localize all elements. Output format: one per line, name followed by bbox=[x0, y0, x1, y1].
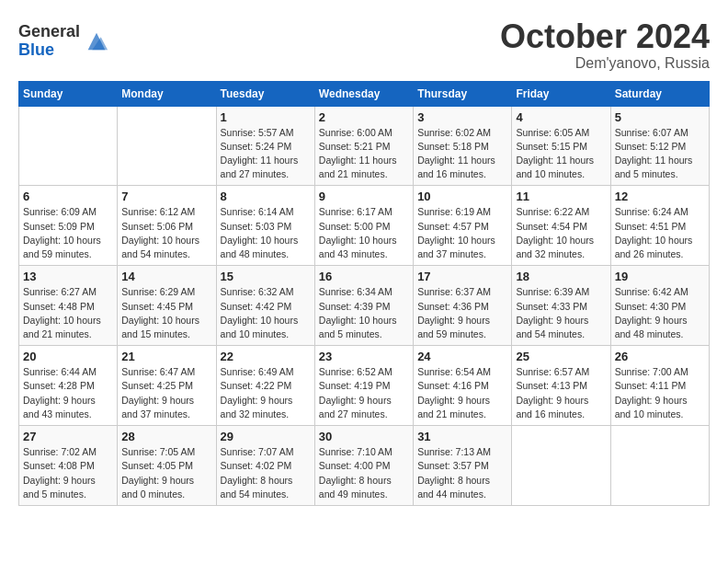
page-header: General Blue October 2024 Dem'yanovo, Ru… bbox=[18, 18, 710, 72]
calendar-cell: 23Sunrise: 6:52 AM Sunset: 4:19 PM Dayli… bbox=[314, 346, 413, 426]
calendar-cell: 21Sunrise: 6:47 AM Sunset: 4:25 PM Dayli… bbox=[118, 346, 216, 426]
day-detail: Sunrise: 6:29 AM Sunset: 4:45 PM Dayligh… bbox=[121, 285, 211, 341]
calendar-cell: 19Sunrise: 6:42 AM Sunset: 4:30 PM Dayli… bbox=[610, 266, 709, 346]
day-detail: Sunrise: 6:14 AM Sunset: 5:03 PM Dayligh… bbox=[221, 205, 311, 261]
day-of-week-header: Monday bbox=[118, 81, 216, 106]
calendar-cell: 31Sunrise: 7:13 AM Sunset: 3:57 PM Dayli… bbox=[414, 426, 512, 506]
day-number: 14 bbox=[121, 270, 211, 283]
calendar-cell bbox=[19, 106, 118, 186]
calendar-cell: 3Sunrise: 6:02 AM Sunset: 5:18 PM Daylig… bbox=[414, 106, 512, 186]
day-of-week-header: Saturday bbox=[610, 81, 709, 106]
calendar-cell: 17Sunrise: 6:37 AM Sunset: 4:36 PM Dayli… bbox=[414, 266, 512, 346]
calendar-cell: 14Sunrise: 6:29 AM Sunset: 4:45 PM Dayli… bbox=[118, 266, 216, 346]
day-number: 16 bbox=[319, 270, 409, 283]
day-number: 7 bbox=[121, 190, 211, 203]
month-title: October 2024 bbox=[500, 18, 710, 55]
day-detail: Sunrise: 6:05 AM Sunset: 5:15 PM Dayligh… bbox=[516, 126, 606, 182]
calendar-cell: 6Sunrise: 6:09 AM Sunset: 5:09 PM Daylig… bbox=[19, 186, 118, 266]
calendar-header-row: SundayMondayTuesdayWednesdayThursdayFrid… bbox=[19, 81, 710, 106]
calendar-cell: 11Sunrise: 6:22 AM Sunset: 4:54 PM Dayli… bbox=[512, 186, 610, 266]
day-number: 29 bbox=[221, 430, 311, 443]
day-detail: Sunrise: 6:34 AM Sunset: 4:39 PM Dayligh… bbox=[319, 285, 409, 341]
day-of-week-header: Wednesday bbox=[314, 81, 413, 106]
logo: General Blue bbox=[18, 23, 109, 60]
calendar-week-row: 20Sunrise: 6:44 AM Sunset: 4:28 PM Dayli… bbox=[19, 346, 710, 426]
calendar-week-row: 6Sunrise: 6:09 AM Sunset: 5:09 PM Daylig… bbox=[19, 186, 710, 266]
day-detail: Sunrise: 6:27 AM Sunset: 4:48 PM Dayligh… bbox=[23, 285, 113, 341]
day-of-week-header: Sunday bbox=[19, 81, 118, 106]
day-detail: Sunrise: 7:13 AM Sunset: 3:57 PM Dayligh… bbox=[417, 445, 507, 501]
calendar-cell: 13Sunrise: 6:27 AM Sunset: 4:48 PM Dayli… bbox=[19, 266, 118, 346]
calendar-week-row: 1Sunrise: 5:57 AM Sunset: 5:24 PM Daylig… bbox=[19, 106, 710, 186]
day-number: 4 bbox=[516, 110, 606, 124]
day-detail: Sunrise: 6:22 AM Sunset: 4:54 PM Dayligh… bbox=[516, 205, 606, 261]
day-number: 9 bbox=[319, 190, 409, 203]
day-detail: Sunrise: 6:09 AM Sunset: 5:09 PM Dayligh… bbox=[23, 205, 113, 261]
day-detail: Sunrise: 6:07 AM Sunset: 5:12 PM Dayligh… bbox=[615, 126, 705, 182]
calendar-cell: 1Sunrise: 5:57 AM Sunset: 5:24 PM Daylig… bbox=[216, 106, 314, 186]
day-detail: Sunrise: 7:10 AM Sunset: 4:00 PM Dayligh… bbox=[319, 445, 409, 501]
day-number: 8 bbox=[221, 190, 311, 203]
calendar-week-row: 27Sunrise: 7:02 AM Sunset: 4:08 PM Dayli… bbox=[19, 426, 710, 506]
calendar-cell: 10Sunrise: 6:19 AM Sunset: 4:57 PM Dayli… bbox=[414, 186, 512, 266]
calendar-cell bbox=[118, 106, 216, 186]
day-number: 1 bbox=[221, 110, 311, 124]
day-detail: Sunrise: 7:02 AM Sunset: 4:08 PM Dayligh… bbox=[23, 445, 113, 501]
calendar-cell: 7Sunrise: 6:12 AM Sunset: 5:06 PM Daylig… bbox=[118, 186, 216, 266]
calendar-cell bbox=[512, 426, 610, 506]
calendar-cell: 4Sunrise: 6:05 AM Sunset: 5:15 PM Daylig… bbox=[512, 106, 610, 186]
day-detail: Sunrise: 6:39 AM Sunset: 4:33 PM Dayligh… bbox=[516, 285, 606, 341]
day-number: 3 bbox=[417, 110, 507, 124]
day-detail: Sunrise: 5:57 AM Sunset: 5:24 PM Dayligh… bbox=[221, 126, 311, 182]
day-number: 27 bbox=[23, 430, 113, 443]
calendar-cell: 28Sunrise: 7:05 AM Sunset: 4:05 PM Dayli… bbox=[118, 426, 216, 506]
day-detail: Sunrise: 7:07 AM Sunset: 4:02 PM Dayligh… bbox=[221, 445, 311, 501]
day-detail: Sunrise: 6:49 AM Sunset: 4:22 PM Dayligh… bbox=[221, 365, 311, 421]
day-detail: Sunrise: 6:37 AM Sunset: 4:36 PM Dayligh… bbox=[417, 285, 507, 341]
calendar-cell: 16Sunrise: 6:34 AM Sunset: 4:39 PM Dayli… bbox=[314, 266, 413, 346]
calendar-cell: 20Sunrise: 6:44 AM Sunset: 4:28 PM Dayli… bbox=[19, 346, 118, 426]
day-number: 21 bbox=[121, 350, 211, 363]
day-detail: Sunrise: 6:12 AM Sunset: 5:06 PM Dayligh… bbox=[121, 205, 211, 261]
day-detail: Sunrise: 6:17 AM Sunset: 5:00 PM Dayligh… bbox=[319, 205, 409, 261]
day-detail: Sunrise: 7:00 AM Sunset: 4:11 PM Dayligh… bbox=[615, 365, 705, 421]
day-number: 24 bbox=[417, 350, 507, 363]
day-number: 20 bbox=[23, 350, 113, 363]
day-number: 13 bbox=[23, 270, 113, 283]
calendar-cell bbox=[610, 426, 709, 506]
day-number: 28 bbox=[121, 430, 211, 443]
calendar-cell: 15Sunrise: 6:32 AM Sunset: 4:42 PM Dayli… bbox=[216, 266, 314, 346]
day-of-week-header: Tuesday bbox=[216, 81, 314, 106]
day-detail: Sunrise: 6:47 AM Sunset: 4:25 PM Dayligh… bbox=[121, 365, 211, 421]
day-detail: Sunrise: 6:24 AM Sunset: 4:51 PM Dayligh… bbox=[615, 205, 705, 261]
day-detail: Sunrise: 6:42 AM Sunset: 4:30 PM Dayligh… bbox=[615, 285, 705, 341]
day-detail: Sunrise: 6:44 AM Sunset: 4:28 PM Dayligh… bbox=[23, 365, 113, 421]
day-number: 26 bbox=[615, 350, 705, 363]
day-detail: Sunrise: 6:54 AM Sunset: 4:16 PM Dayligh… bbox=[417, 365, 507, 421]
title-block: October 2024 Dem'yanovo, Russia bbox=[500, 18, 710, 72]
day-number: 2 bbox=[319, 110, 409, 124]
calendar-cell: 30Sunrise: 7:10 AM Sunset: 4:00 PM Dayli… bbox=[314, 426, 413, 506]
day-detail: Sunrise: 6:52 AM Sunset: 4:19 PM Dayligh… bbox=[319, 365, 409, 421]
calendar-cell: 12Sunrise: 6:24 AM Sunset: 4:51 PM Dayli… bbox=[610, 186, 709, 266]
calendar-week-row: 13Sunrise: 6:27 AM Sunset: 4:48 PM Dayli… bbox=[19, 266, 710, 346]
day-number: 31 bbox=[417, 430, 507, 443]
calendar-cell: 8Sunrise: 6:14 AM Sunset: 5:03 PM Daylig… bbox=[216, 186, 314, 266]
day-number: 6 bbox=[23, 190, 113, 203]
day-number: 25 bbox=[516, 350, 606, 363]
day-detail: Sunrise: 6:57 AM Sunset: 4:13 PM Dayligh… bbox=[516, 365, 606, 421]
calendar-cell: 18Sunrise: 6:39 AM Sunset: 4:33 PM Dayli… bbox=[512, 266, 610, 346]
day-number: 11 bbox=[516, 190, 606, 203]
calendar-cell: 29Sunrise: 7:07 AM Sunset: 4:02 PM Dayli… bbox=[216, 426, 314, 506]
day-number: 5 bbox=[615, 110, 705, 124]
calendar-cell: 5Sunrise: 6:07 AM Sunset: 5:12 PM Daylig… bbox=[610, 106, 709, 186]
day-number: 10 bbox=[417, 190, 507, 203]
calendar-cell: 26Sunrise: 7:00 AM Sunset: 4:11 PM Dayli… bbox=[610, 346, 709, 426]
day-number: 18 bbox=[516, 270, 606, 283]
location: Dem'yanovo, Russia bbox=[500, 55, 710, 72]
logo-text: General Blue bbox=[18, 23, 80, 60]
calendar-cell: 24Sunrise: 6:54 AM Sunset: 4:16 PM Dayli… bbox=[414, 346, 512, 426]
day-detail: Sunrise: 7:05 AM Sunset: 4:05 PM Dayligh… bbox=[121, 445, 211, 501]
calendar-cell: 9Sunrise: 6:17 AM Sunset: 5:00 PM Daylig… bbox=[314, 186, 413, 266]
calendar-cell: 22Sunrise: 6:49 AM Sunset: 4:22 PM Dayli… bbox=[216, 346, 314, 426]
